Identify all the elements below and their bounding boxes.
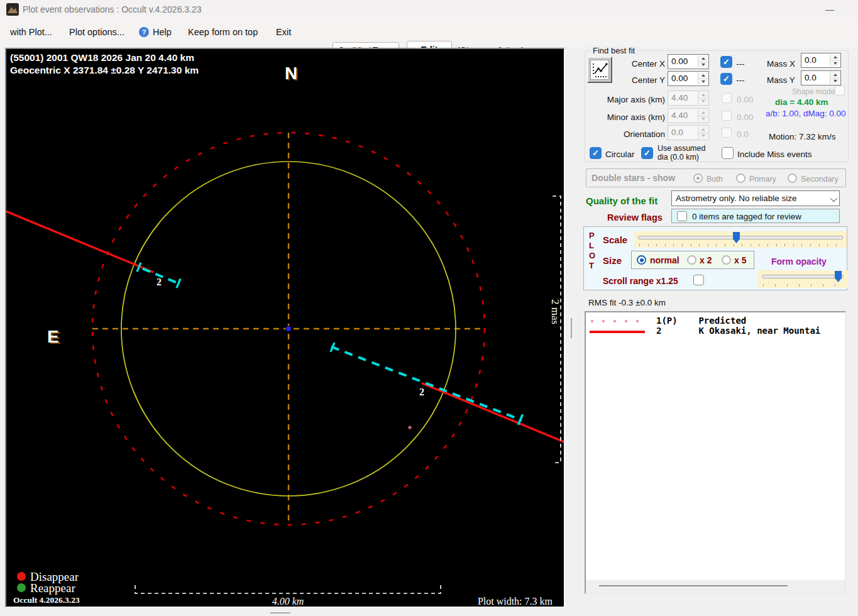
observed-chord-right bbox=[331, 347, 522, 421]
size-label: Size bbox=[603, 255, 622, 266]
control-panel: Find best fit bbox=[582, 47, 852, 603]
window-title: Plot event observations : Occult v.4.202… bbox=[23, 4, 202, 14]
plot-width-label: Plot width: 7.3 km bbox=[478, 596, 553, 607]
size-x5-label: x 5 bbox=[734, 255, 746, 265]
center-x-label: Center X bbox=[620, 59, 665, 69]
plot-header-line1: (55001) 2001 QW18 2026 Jan 20 4.40 km bbox=[10, 52, 194, 63]
size-normal-radio[interactable] bbox=[637, 255, 646, 265]
list-scrollbar-thumb[interactable] bbox=[599, 585, 788, 587]
center-y-input[interactable]: 0.00 bbox=[668, 71, 709, 86]
chevron-down-icon bbox=[830, 195, 837, 202]
double-primary-radio[interactable] bbox=[736, 173, 745, 183]
circular-checkbox[interactable]: ✓ bbox=[590, 147, 602, 159]
menu-plot-options[interactable]: Plot options... bbox=[69, 27, 124, 37]
find-best-fit-button[interactable] bbox=[587, 57, 612, 83]
plot-letter-o: O bbox=[589, 251, 595, 260]
vertical-splitter-handle[interactable] bbox=[571, 318, 572, 338]
mass-y-spinner[interactable] bbox=[830, 72, 840, 84]
size-x5-radio[interactable] bbox=[722, 255, 731, 265]
double-secondary-radio[interactable] bbox=[788, 173, 797, 183]
form-opacity-slider[interactable] bbox=[758, 270, 847, 288]
predicted-path-left bbox=[6, 211, 153, 272]
minimize-button[interactable]: — bbox=[817, 1, 842, 18]
center-x-checkbox[interactable]: ✓ bbox=[720, 56, 732, 68]
list-item[interactable]: 2 K Okasaki, near Mountai bbox=[656, 326, 846, 336]
shape-model-checkbox[interactable] bbox=[835, 85, 845, 96]
include-miss-checkbox[interactable] bbox=[722, 147, 734, 159]
menu-with-plot[interactable]: with Plot... bbox=[10, 27, 52, 37]
size-x2-radio[interactable] bbox=[687, 255, 696, 265]
minor-axis-spinner bbox=[698, 109, 708, 122]
observed-line-icon bbox=[590, 331, 645, 333]
mass-y-input[interactable]: 0.0 bbox=[801, 70, 841, 85]
legend-reappear: Reappear bbox=[30, 581, 75, 595]
mass-x-input[interactable]: 0.0 bbox=[801, 53, 841, 68]
menu-bar: with Plot... Plot options... ? Help Keep… bbox=[0, 19, 858, 47]
double-stars-group: Double stars - show Both Primary Seconda… bbox=[586, 168, 846, 187]
scroll-range-checkbox[interactable] bbox=[693, 275, 704, 285]
scale-label: Scale bbox=[603, 234, 627, 245]
occultation-plot[interactable]: 2 2 2 mas 4.00 km Plot width: 7.3 km (55… bbox=[5, 48, 565, 608]
use-assumed-label: Use assumed dia (0.0 km) bbox=[657, 144, 705, 162]
use-assumed-checkbox[interactable]: ✓ bbox=[641, 147, 653, 159]
ab-dmag-label: a/b: 1.00, dMag: 0.00 bbox=[766, 109, 846, 118]
center-x-input[interactable]: 0.00 bbox=[668, 54, 709, 69]
minor-axis-input: 4.40 bbox=[668, 108, 709, 123]
center-x-spinner[interactable] bbox=[698, 55, 708, 68]
disappear-dot-icon bbox=[17, 572, 26, 581]
list-item[interactable]: 1(P) Predicted bbox=[656, 316, 846, 326]
include-miss-label: Include Miss events bbox=[737, 150, 812, 159]
scale-slider-thumb[interactable] bbox=[733, 232, 740, 243]
orientation-checkbox[interactable] bbox=[722, 128, 732, 138]
double-secondary-label: Secondary bbox=[801, 175, 839, 184]
menu-keep-on-top[interactable]: Keep form on top bbox=[188, 27, 258, 37]
observations-list[interactable]: 1(P) Predicted 2 K Okasaki, near Mountai bbox=[585, 311, 846, 594]
center-y-label: Center Y bbox=[620, 75, 665, 85]
review-flags-checkbox[interactable] bbox=[677, 211, 687, 221]
circular-label: Circular bbox=[605, 150, 635, 159]
vertical-scale-bracket bbox=[553, 196, 561, 463]
scale-slider[interactable] bbox=[634, 231, 847, 248]
mass-x-spinner[interactable] bbox=[830, 54, 840, 67]
size-radio-group: normal x 2 x 5 bbox=[631, 251, 754, 269]
major-axis-input: 4.40 bbox=[668, 91, 709, 106]
plot-letter-p: P bbox=[589, 231, 595, 240]
double-both-label: Both bbox=[707, 175, 723, 184]
quality-select[interactable]: Astrometry only. No reliable size bbox=[671, 190, 840, 206]
help-icon[interactable]: ? bbox=[139, 27, 149, 37]
orientation-input: 0.0 bbox=[668, 125, 709, 140]
center-y-spinner[interactable] bbox=[698, 72, 708, 85]
fit-chart-icon bbox=[591, 60, 610, 80]
predicted-line-icon bbox=[591, 320, 647, 322]
menu-exit[interactable]: Exit bbox=[276, 27, 291, 37]
diameter-label: dia = 4.40 km bbox=[775, 97, 828, 107]
review-flags-box: 0 items are tagged for review bbox=[671, 209, 840, 223]
menu-help[interactable]: Help bbox=[153, 27, 172, 37]
orientation-label: Orientation bbox=[607, 129, 665, 139]
horizontal-splitter-handle[interactable] bbox=[270, 612, 290, 613]
minor-axis-alt: 0.00 bbox=[737, 113, 753, 122]
east-label: E bbox=[47, 327, 59, 346]
major-axis-checkbox[interactable] bbox=[722, 93, 732, 103]
double-both-radio[interactable] bbox=[693, 173, 703, 183]
orientation-alt: 0.0 bbox=[737, 129, 749, 139]
chord-tick bbox=[177, 278, 180, 288]
plot-letter-t: T bbox=[589, 261, 594, 270]
center-y-dash: --- bbox=[736, 75, 745, 85]
chord2-label-right: 2 bbox=[419, 387, 424, 397]
form-opacity-slider-thumb[interactable] bbox=[835, 271, 842, 282]
minor-axis-label: Minor axis (km) bbox=[595, 113, 665, 122]
center-y-checkbox[interactable]: ✓ bbox=[720, 73, 732, 85]
horizontal-scale-label: 4.00 km bbox=[272, 596, 304, 607]
rms-fit-label: RMS fit -0.3 ±0.0 km bbox=[588, 298, 666, 307]
quality-label: Quality of the fit bbox=[586, 195, 657, 206]
minor-axis-checkbox[interactable] bbox=[722, 111, 732, 121]
occult-window: Plot event observations : Occult v.4.202… bbox=[0, 0, 858, 616]
horizontal-scale-bracket bbox=[135, 585, 441, 593]
review-flags-text: 0 items are tagged for review bbox=[692, 212, 801, 221]
list-scrollbar[interactable] bbox=[586, 580, 845, 593]
orientation-spinner bbox=[698, 126, 708, 139]
find-best-fit-label: Find best fit bbox=[590, 46, 637, 55]
app-icon bbox=[6, 3, 19, 16]
event-point bbox=[408, 426, 411, 429]
